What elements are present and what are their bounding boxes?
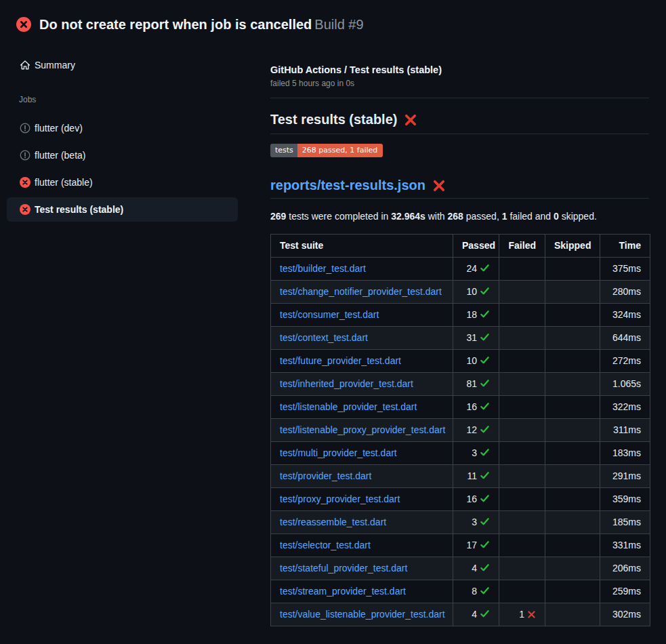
passed-cell: 4 (453, 557, 499, 580)
badge-label: tests (270, 144, 297, 157)
check-icon (480, 470, 490, 481)
table-row: test/proxy_provider_test.dart 16 359ms (271, 488, 650, 511)
failed-circle-icon (16, 17, 31, 32)
skipped-cell (545, 350, 600, 373)
suite-cell: test/listenable_provider_test.dart (271, 396, 453, 419)
suite-cell: test/future_provider_test.dart (271, 350, 453, 373)
skipped-cell (545, 396, 600, 419)
time-cell: 206ms (600, 557, 650, 580)
table-row: test/provider_test.dart 11 291ms (271, 465, 650, 488)
suite-link[interactable]: test/provider_test.dart (280, 470, 371, 481)
report-title: reports/test-results.json (270, 178, 649, 199)
passed-cell: 8 (453, 580, 499, 603)
sidebar-item-summary[interactable]: Summary (7, 53, 238, 77)
badge-value: 268 passed, 1 failed (297, 144, 383, 157)
suite-link[interactable]: test/change_notifier_provider_test.dart (280, 286, 442, 297)
check-icon (480, 447, 490, 458)
tests-summary-line: 269 tests were completed in 32.964s with… (270, 211, 649, 222)
table-row: test/listenable_proxy_provider_test.dart… (271, 419, 650, 442)
run-title: Do not create report when job is cancell… (39, 17, 312, 32)
passed-cell: 12 (453, 419, 499, 442)
check-icon (480, 563, 490, 573)
check-icon (480, 355, 490, 365)
suite-cell: test/provider_test.dart (271, 465, 453, 488)
time-cell: 302ms (600, 603, 650, 626)
suite-link[interactable]: test/selector_test.dart (280, 540, 371, 550)
suite-link[interactable]: test/proxy_provider_test.dart (280, 494, 400, 504)
table-header-row: Test suite Passed Failed Skipped Time (271, 235, 650, 258)
x-icon (527, 610, 536, 619)
run-header: Do not create report when job is cancell… (0, 0, 666, 38)
suite-link[interactable]: test/reassemble_test.dart (280, 517, 386, 527)
check-icon (480, 286, 490, 296)
suite-cell: test/builder_test.dart (271, 258, 453, 281)
sidebar-item-label: Test results (stable) (35, 204, 123, 215)
column-header-skipped: Skipped (545, 235, 600, 258)
passed-cell: 17 (453, 534, 499, 557)
suite-link[interactable]: test/context_test.dart (280, 332, 368, 343)
suite-cell: test/proxy_provider_test.dart (271, 488, 453, 511)
suite-cell: test/change_notifier_provider_test.dart (271, 281, 453, 304)
suite-link[interactable]: test/future_provider_test.dart (280, 355, 401, 366)
sidebar-item-flutter-stable[interactable]: flutter (stable) (7, 170, 238, 195)
suite-cell: test/selector_test.dart (271, 534, 453, 557)
failed-cell (499, 350, 545, 373)
failed-cell (499, 580, 545, 603)
time-cell: 311ms (600, 419, 650, 442)
skipped-cell (545, 419, 600, 442)
skipped-cell (545, 373, 600, 396)
time-cell: 331ms (600, 534, 650, 557)
passed-cell: 16 (453, 488, 499, 511)
suite-link[interactable]: test/inherited_provider_test.dart (280, 378, 413, 389)
tests-status-badge: tests 268 passed, 1 failed (270, 144, 383, 157)
cancelled-icon (20, 123, 30, 134)
report-link[interactable]: reports/test-results.json (270, 178, 425, 193)
passed-cell: 3 (453, 511, 499, 534)
suite-link[interactable]: test/stream_provider_test.dart (280, 586, 406, 597)
sidebar-item-flutter-dev[interactable]: flutter (dev) (7, 116, 238, 140)
section-title: Test results (stable) (270, 112, 649, 134)
breadcrumb: GitHub Actions / Test results (stable) (270, 64, 649, 75)
suite-link[interactable]: test/stateful_provider_test.dart (280, 563, 407, 573)
suite-link[interactable]: test/builder_test.dart (280, 263, 366, 274)
skipped-cell (545, 488, 600, 511)
table-row: test/future_provider_test.dart 10 272ms (271, 350, 650, 373)
failed-cell (499, 511, 545, 534)
skipped-cell (545, 534, 600, 557)
time-cell: 272ms (600, 350, 650, 373)
suite-link[interactable]: test/listenable_proxy_provider_test.dart (280, 424, 445, 435)
suite-cell: test/stateful_provider_test.dart (271, 557, 453, 580)
divider (270, 98, 649, 98)
table-row: test/builder_test.dart 24 375ms (271, 258, 650, 281)
time-cell: 280ms (600, 281, 650, 304)
passed-cell: 16 (453, 396, 499, 419)
sidebar: Summary Jobs flutter (dev) flutter (beta… (0, 38, 264, 224)
sidebar-item-test-results-stable[interactable]: Test results (stable) (7, 197, 238, 222)
failed-cell (499, 419, 545, 442)
suite-link[interactable]: test/multi_provider_test.dart (280, 447, 397, 458)
suite-link[interactable]: test/consumer_test.dart (280, 309, 379, 320)
failed-cell (499, 327, 545, 350)
table-row: test/inherited_provider_test.dart 81 1.0… (271, 373, 650, 396)
suite-link[interactable]: test/value_listenable_provider_test.dart (280, 609, 445, 620)
time-cell: 324ms (600, 304, 650, 327)
check-icon (480, 609, 490, 619)
suite-cell: test/inherited_provider_test.dart (271, 373, 453, 396)
passed-cell: 81 (453, 373, 499, 396)
suite-link[interactable]: test/listenable_provider_test.dart (280, 401, 417, 412)
failed-cell (499, 396, 545, 419)
table-row: test/value_listenable_provider_test.dart… (271, 603, 650, 626)
suite-cell: test/consumer_test.dart (271, 304, 453, 327)
skipped-cell (545, 327, 600, 350)
failed-cell (499, 258, 545, 281)
failed-cell (499, 557, 545, 580)
main-content: GitHub Actions / Test results (stable) f… (264, 38, 666, 626)
sidebar-item-flutter-beta[interactable]: flutter (beta) (7, 143, 238, 167)
failed-cell (499, 304, 545, 327)
suite-cell: test/listenable_proxy_provider_test.dart (271, 419, 453, 442)
sidebar-item-label: flutter (beta) (35, 150, 85, 161)
passed-cell: 10 (453, 350, 499, 373)
table-row: test/selector_test.dart 17 331ms (271, 534, 650, 557)
time-cell: 183ms (600, 442, 650, 465)
failed-cell (499, 488, 545, 511)
